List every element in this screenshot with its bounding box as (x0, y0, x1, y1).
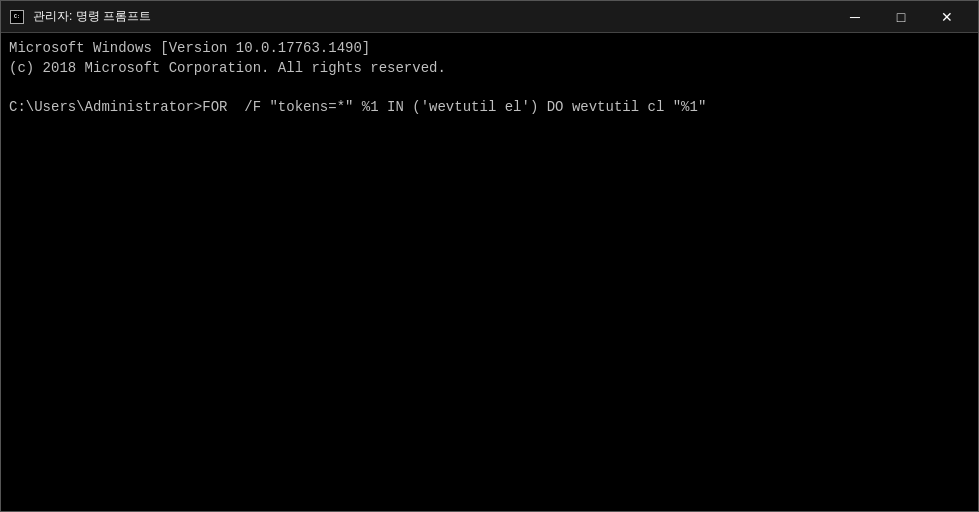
close-button[interactable]: ✕ (924, 1, 970, 33)
window-title: 관리자: 명령 프롬프트 (33, 8, 151, 25)
console-line-4: C:\Users\Administrator>FOR /F "tokens=*"… (9, 98, 970, 118)
title-bar-controls: ─ □ ✕ (832, 1, 970, 33)
cmd-icon (9, 9, 25, 25)
cmd-window: 관리자: 명령 프롬프트 ─ □ ✕ Microsoft Windows [Ve… (0, 0, 979, 512)
console-line-5 (9, 117, 970, 137)
console-line-3 (9, 78, 970, 98)
title-bar: 관리자: 명령 프롬프트 ─ □ ✕ (1, 1, 978, 33)
console-body[interactable]: Microsoft Windows [Version 10.0.17763.14… (1, 33, 978, 511)
maximize-button[interactable]: □ (878, 1, 924, 33)
console-line-2: (c) 2018 Microsoft Corporation. All righ… (9, 59, 970, 79)
console-line-1: Microsoft Windows [Version 10.0.17763.14… (9, 39, 970, 59)
title-bar-left: 관리자: 명령 프롬프트 (9, 8, 151, 25)
minimize-button[interactable]: ─ (832, 1, 878, 33)
